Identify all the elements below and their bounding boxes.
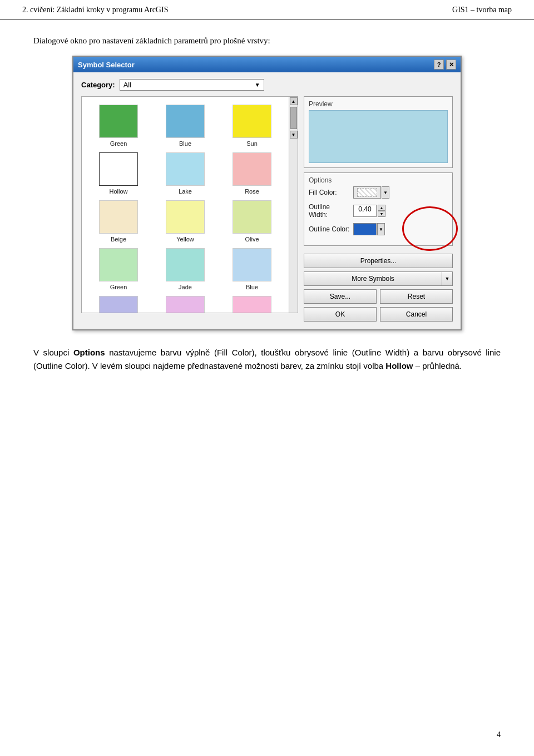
cancel-button[interactable]: Cancel	[380, 307, 453, 322]
more-symbols-button[interactable]: More Symbols	[304, 271, 442, 286]
ok-cancel-row: OK Cancel	[304, 307, 453, 322]
symbol-item-sun[interactable]: Sun	[220, 101, 284, 147]
properties-button[interactable]: Properties...	[304, 254, 453, 268]
options-legend: Options	[309, 176, 448, 184]
outline-color-button[interactable]	[353, 223, 377, 235]
intro-text: Dialogové okno pro nastavení základních …	[33, 36, 501, 46]
body-text-3: – průhledná.	[413, 361, 462, 370]
page-number: 4	[497, 730, 501, 739]
symbol-item-green1[interactable]: Green	[86, 101, 151, 147]
dialog-body: Category: All ▼ Green	[73, 72, 461, 329]
symbol-name-hollow: Hollow	[109, 188, 127, 195]
preview-legend: Preview	[309, 100, 448, 108]
symbol-item-blue2[interactable]: Blue	[220, 245, 284, 290]
symbol-swatch-blue1	[166, 105, 205, 138]
right-panel: Preview Options Fill Color: ▼	[304, 96, 453, 322]
symbol-item-green2[interactable]: Green	[86, 245, 151, 290]
dialog-titlebar-buttons: ? ✕	[434, 60, 456, 70]
category-value: All	[123, 81, 131, 89]
dialog-help-button[interactable]: ?	[434, 60, 444, 70]
symbol-item-col14[interactable]	[153, 293, 217, 313]
body-hollow-bold: Hollow	[385, 361, 413, 370]
symbol-swatch-col15	[233, 296, 271, 313]
spin-up-button[interactable]: ▲	[378, 205, 385, 211]
symbol-name-olive: Olive	[245, 236, 259, 243]
action-buttons: Properties... More Symbols ▼ Save... Res…	[304, 254, 453, 322]
symbol-item-rose[interactable]: Rose	[220, 149, 284, 195]
symbol-swatch-green1	[99, 105, 138, 138]
outline-width-spinners: ▲ ▼	[378, 205, 385, 217]
preview-box	[309, 110, 448, 163]
scroll-thumb[interactable]	[290, 107, 297, 129]
more-symbols-dropdown-icon[interactable]: ▼	[442, 271, 453, 286]
body-options-bold: Options	[73, 348, 105, 357]
symbol-item-olive[interactable]: Olive	[220, 197, 284, 243]
symbol-selector-dialog: Symbol Selector ? ✕ Category: All ▼	[72, 56, 462, 330]
category-label: Category:	[81, 81, 115, 89]
symbols-panel: Green Blue Sun Hollow	[81, 96, 298, 313]
symbol-item-hollow[interactable]: Hollow	[86, 149, 151, 195]
symbol-item-jade[interactable]: Jade	[153, 245, 217, 290]
scrollbar[interactable]: ▲ ▼	[289, 97, 298, 313]
symbol-name-sun: Sun	[246, 140, 258, 147]
symbol-swatch-col14	[166, 296, 205, 313]
reset-button[interactable]: Reset	[380, 289, 453, 304]
options-group: Options Fill Color: ▼ OutlineWidth:	[304, 172, 453, 246]
symbol-swatch-lake	[166, 152, 205, 186]
symbol-item-blue1[interactable]: Blue	[153, 101, 217, 147]
symbols-grid: Green Blue Sun Hollow	[82, 97, 289, 313]
scroll-up-button[interactable]: ▲	[290, 97, 298, 105]
fill-color-swatch	[357, 188, 377, 197]
dialog-titlebar: Symbol Selector ? ✕	[73, 57, 461, 72]
symbol-item-col15[interactable]	[220, 293, 284, 313]
page-content: Dialogové okno pro nastavení základních …	[0, 19, 534, 389]
symbol-name-lake: Lake	[179, 188, 192, 195]
symbol-item-lake[interactable]: Lake	[153, 149, 217, 195]
header-right: GIS1 – tvorba map	[452, 6, 512, 14]
fill-color-label: Fill Color:	[309, 189, 353, 196]
main-area: Green Blue Sun Hollow	[81, 96, 453, 322]
symbol-name-green1: Green	[110, 140, 127, 147]
more-symbols-row: More Symbols ▼	[304, 271, 453, 286]
save-button[interactable]: Save...	[304, 289, 377, 304]
body-paragraph: V sloupci Options nastavujeme barvu výpl…	[33, 346, 501, 373]
symbol-swatch-col13	[99, 296, 138, 313]
fill-color-button[interactable]	[353, 186, 381, 199]
symbol-swatch-jade	[166, 248, 205, 281]
outline-color-label: Outline Color:	[309, 225, 353, 233]
category-row: Category: All ▼	[81, 79, 453, 91]
outline-color-row: Outline Color: ▼	[309, 223, 448, 235]
symbol-item-col13[interactable]	[86, 293, 151, 313]
save-reset-row: Save... Reset	[304, 289, 453, 304]
scroll-down-button[interactable]: ▼	[290, 131, 298, 139]
spin-down-button[interactable]: ▼	[378, 211, 385, 217]
symbol-swatch-beige	[99, 200, 138, 234]
symbol-swatch-sun	[233, 105, 271, 138]
symbol-name-green2: Green	[110, 284, 127, 290]
category-dropdown-icon: ▼	[255, 82, 260, 88]
symbol-name-yellow: Yellow	[176, 236, 194, 243]
outline-width-row: OutlineWidth: 0,40 ▲ ▼	[309, 203, 448, 219]
symbol-swatch-hollow	[99, 152, 138, 186]
symbol-swatch-blue2	[233, 248, 271, 281]
outline-color-dropdown-icon[interactable]: ▼	[377, 223, 385, 235]
dialog-close-button[interactable]: ✕	[446, 60, 456, 70]
symbol-item-yellow[interactable]: Yellow	[153, 197, 217, 243]
outline-width-label: OutlineWidth:	[309, 203, 353, 219]
fill-color-dropdown-icon[interactable]: ▼	[382, 186, 389, 199]
category-select[interactable]: All ▼	[120, 79, 264, 91]
header-left: 2. cvičení: Základní kroky v programu Ar…	[22, 6, 168, 14]
symbol-name-blue1: Blue	[179, 140, 191, 147]
symbol-item-beige[interactable]: Beige	[86, 197, 151, 243]
outline-width-input[interactable]: 0,40	[353, 205, 377, 217]
fill-color-row: Fill Color: ▼	[309, 186, 448, 199]
body-text-1: V sloupci	[33, 348, 73, 357]
symbol-swatch-rose	[233, 152, 271, 186]
symbol-swatch-green2	[99, 248, 138, 281]
dialog-title: Symbol Selector	[78, 61, 135, 69]
preview-group: Preview	[304, 96, 453, 168]
ok-button[interactable]: OK	[304, 307, 377, 322]
symbol-name-blue2: Blue	[246, 284, 258, 290]
symbol-name-rose: Rose	[245, 188, 259, 195]
page-header: 2. cvičení: Základní kroky v programu Ar…	[0, 0, 534, 19]
